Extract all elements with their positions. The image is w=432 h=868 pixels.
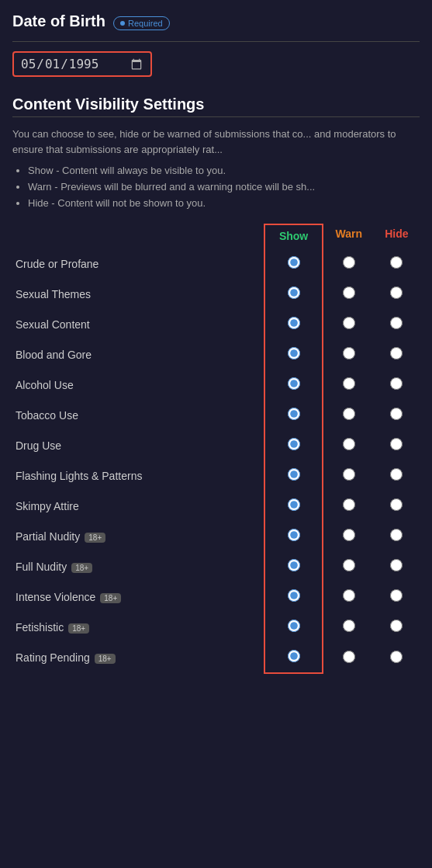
show-radio[interactable] [288,377,300,390]
hide-cell[interactable] [375,521,419,551]
warn-cell[interactable] [323,551,375,582]
show-radio[interactable] [288,559,300,571]
warn-radio[interactable] [343,347,355,359]
warn-radio[interactable] [343,317,355,329]
hide-radio[interactable] [390,408,403,420]
hide-radio[interactable] [390,589,403,602]
warn-radio[interactable] [343,286,355,299]
hide-radio[interactable] [390,498,403,511]
show-cell[interactable] [264,400,322,430]
hide-cell[interactable] [375,642,419,673]
show-radio[interactable] [288,529,300,541]
warn-cell[interactable] [323,339,375,370]
hide-cell[interactable] [375,430,419,460]
table-row: Flashing Lights & Patterns [12,460,419,491]
warn-cell[interactable] [323,309,375,339]
show-radio[interactable] [288,286,300,299]
show-radio[interactable] [288,650,300,662]
show-radio[interactable] [288,438,300,450]
table-row: Tobacco Use [12,400,419,430]
show-cell[interactable] [264,551,322,582]
hide-cell[interactable] [375,309,419,339]
warn-radio[interactable] [343,256,355,269]
warn-radio[interactable] [343,377,355,390]
hide-radio[interactable] [390,468,403,481]
warn-radio[interactable] [343,408,355,420]
show-radio[interactable] [288,620,300,632]
row-label: Alcohol Use [12,370,264,400]
show-radio[interactable] [288,498,300,511]
hide-radio[interactable] [390,286,403,299]
content-visibility-section: Content Visibility Settings You can choo… [12,95,420,674]
warn-radio[interactable] [343,589,355,602]
hide-cell[interactable] [375,491,419,521]
show-radio[interactable] [288,589,300,602]
table-row: Skimpy Attire [12,491,419,521]
warn-radio[interactable] [343,651,355,663]
row-label: Skimpy Attire [12,491,264,521]
show-cell[interactable] [264,430,322,460]
show-cell[interactable] [264,339,322,370]
show-radio[interactable] [288,468,300,481]
show-radio[interactable] [288,256,300,269]
warn-cell[interactable] [323,642,375,673]
hide-radio[interactable] [390,317,403,329]
show-radio[interactable] [288,317,300,329]
table-row: Intense Violence18+ [12,582,419,612]
age-badge: 18+ [85,533,105,543]
table-row: Rating Pending18+ [12,642,419,673]
hide-cell[interactable] [375,279,419,309]
warn-cell[interactable] [323,279,375,309]
hide-radio[interactable] [390,377,403,390]
show-cell[interactable] [264,248,322,279]
warn-cell[interactable] [323,430,375,460]
warn-cell[interactable] [323,370,375,400]
dob-input[interactable] [20,56,144,72]
show-cell[interactable] [264,582,322,612]
hide-cell[interactable] [375,400,419,430]
show-cell[interactable] [264,279,322,309]
required-badge: Required [113,16,170,30]
hide-radio[interactable] [390,529,403,541]
warn-cell[interactable] [323,521,375,551]
show-cell[interactable] [264,370,322,400]
col-header-show: Show [264,224,322,248]
col-header-hide: Hide [375,224,419,248]
warn-cell[interactable] [323,612,375,642]
hide-cell[interactable] [375,612,419,642]
hide-radio[interactable] [390,256,403,269]
show-cell[interactable] [264,460,322,491]
dob-input-wrapper[interactable] [12,51,152,77]
warn-radio[interactable] [343,498,355,511]
warn-cell[interactable] [323,400,375,430]
show-cell[interactable] [264,612,322,642]
warn-cell[interactable] [323,491,375,521]
warn-radio[interactable] [343,620,355,632]
warn-cell[interactable] [323,248,375,279]
show-radio[interactable] [288,347,300,359]
hide-cell[interactable] [375,248,419,279]
show-cell[interactable] [264,491,322,521]
warn-cell[interactable] [323,582,375,612]
hide-radio[interactable] [390,651,403,663]
hide-cell[interactable] [375,582,419,612]
show-cell[interactable] [264,642,322,673]
warn-radio[interactable] [343,559,355,571]
hide-radio[interactable] [390,438,403,450]
hide-cell[interactable] [375,551,419,582]
hide-radio[interactable] [390,620,403,632]
warn-radio[interactable] [343,438,355,450]
hide-cell[interactable] [375,339,419,370]
row-label: Crude or Profane [12,248,264,279]
warn-cell[interactable] [323,460,375,491]
hide-radio[interactable] [390,347,403,359]
show-radio[interactable] [288,408,300,420]
show-cell[interactable] [264,309,322,339]
show-cell[interactable] [264,521,322,551]
warn-radio[interactable] [343,529,355,541]
warn-radio[interactable] [343,468,355,481]
hide-cell[interactable] [375,460,419,491]
hide-cell[interactable] [375,370,419,400]
table-row: Sexual Content [12,309,419,339]
hide-radio[interactable] [390,559,403,571]
